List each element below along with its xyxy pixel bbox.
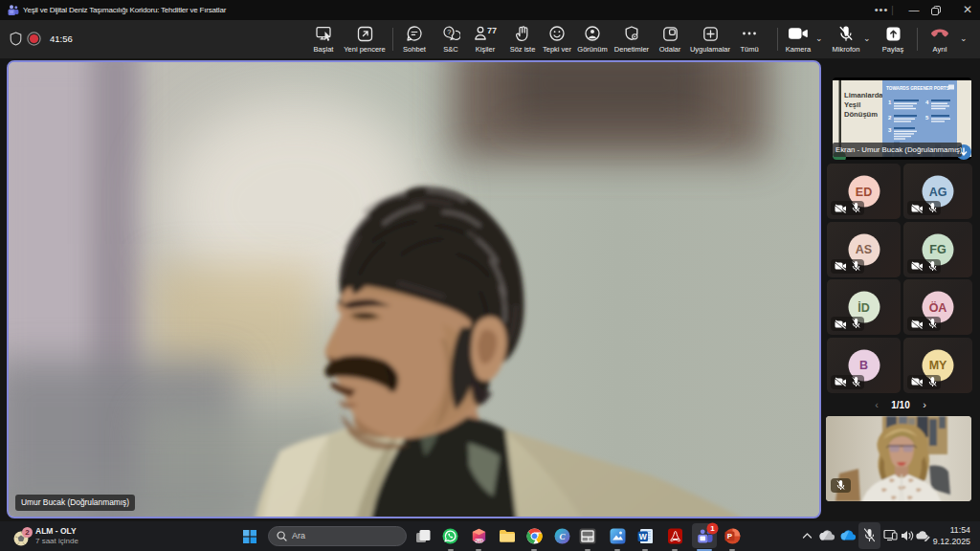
svg-text:Yeşil: Yeşil — [844, 100, 860, 109]
svg-text:2: 2 — [25, 528, 30, 537]
svg-text:C: C — [559, 532, 566, 541]
svg-text:PLUS: PLUS — [475, 540, 484, 543]
svg-text:W: W — [639, 532, 648, 541]
svg-text:1: 1 — [710, 524, 715, 533]
svg-text:Dönüşüm: Dönüşüm — [844, 110, 878, 119]
svg-text:TOWARDS GREENER PORTS: TOWARDS GREENER PORTS — [886, 86, 949, 91]
svg-text:P: P — [727, 532, 733, 540]
svg-text:Limanlarda: Limanlarda — [844, 91, 883, 99]
svg-text:77: 77 — [487, 26, 497, 35]
svg-text:?: ? — [447, 28, 451, 36]
